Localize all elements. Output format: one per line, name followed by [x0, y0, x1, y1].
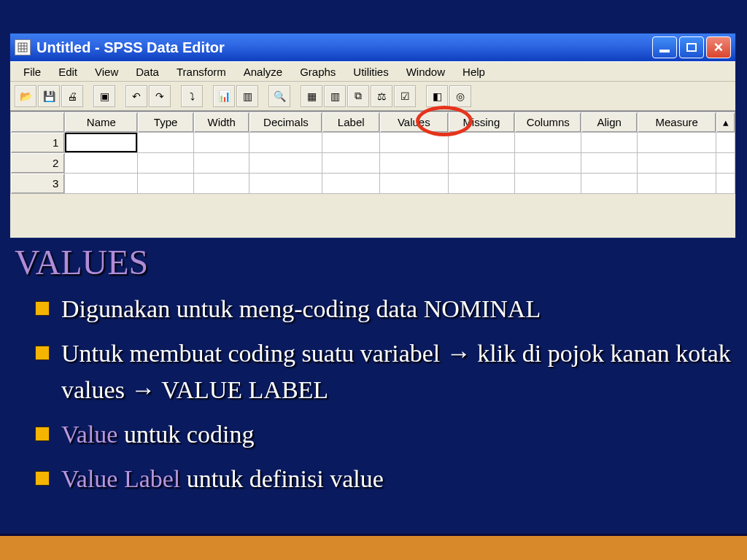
cell[interactable]	[515, 174, 581, 194]
open-icon[interactable]: 📂	[15, 85, 36, 107]
goto-icon[interactable]: ⤵	[181, 85, 203, 107]
cell	[716, 174, 735, 194]
value-labels-icon[interactable]: ◧	[426, 85, 448, 107]
bullet-4: Value Label untuk definisi value	[35, 461, 732, 497]
insert-case-icon[interactable]: ▦	[301, 85, 322, 107]
cell[interactable]	[249, 133, 322, 153]
cell[interactable]	[138, 153, 194, 174]
corner-cell	[11, 112, 65, 133]
row-header[interactable]: 1	[11, 133, 65, 153]
spss-window: Untitled - SPSS Data Editor × File Edit …	[10, 34, 735, 238]
row-header[interactable]: 3	[11, 174, 65, 194]
window-title: Untitled - SPSS Data Editor	[36, 39, 225, 56]
menubar: File Edit View Data Transform Analyze Gr…	[10, 61, 735, 82]
menu-view[interactable]: View	[86, 64, 127, 79]
cell	[716, 153, 735, 174]
table-row: 2	[11, 153, 735, 174]
col-missing[interactable]: Missing	[448, 112, 514, 133]
slide-footer-bar	[0, 534, 747, 560]
variable-view-grid: Name Type Width Decimals Label Values Mi…	[10, 111, 735, 194]
menu-edit[interactable]: Edit	[50, 64, 86, 79]
dialog-recall-icon[interactable]: ▣	[93, 85, 115, 107]
undo-icon[interactable]: ↶	[125, 85, 147, 107]
bullet-3-accent: Value	[61, 421, 117, 448]
cell[interactable]	[249, 174, 322, 194]
bullet-4-rest: untuk definisi value	[180, 465, 384, 492]
col-align[interactable]: Align	[581, 112, 638, 133]
titlebar: Untitled - SPSS Data Editor ×	[10, 34, 735, 61]
table-row: 1	[11, 133, 735, 153]
bullet-2: Untuk membuat coding suatu variabel → kl…	[35, 335, 732, 408]
cell[interactable]	[515, 153, 581, 174]
cell[interactable]	[581, 153, 638, 174]
minimize-button[interactable]	[652, 36, 677, 58]
cell[interactable]	[193, 153, 249, 174]
select-cases-icon[interactable]: ☑	[394, 85, 416, 107]
weight-icon[interactable]: ⚖	[371, 85, 392, 107]
bullet-1: Digunakan untuk meng-coding data NOMINAL	[35, 291, 732, 327]
bullet-4-accent: Value Label	[61, 465, 180, 492]
insert-var-icon[interactable]: ▥	[324, 85, 346, 107]
menu-data[interactable]: Data	[127, 64, 168, 79]
cell[interactable]	[448, 153, 514, 174]
col-columns[interactable]: Columns	[515, 112, 581, 133]
cell[interactable]	[65, 153, 138, 174]
scroll-up-button[interactable]: ▴	[716, 112, 735, 133]
menu-graphs[interactable]: Graphs	[291, 64, 344, 79]
cell[interactable]	[380, 174, 449, 194]
corner-marker	[25, 70, 36, 79]
menu-utilities[interactable]: Utilities	[344, 64, 397, 79]
maximize-button[interactable]	[679, 36, 704, 58]
cell[interactable]	[193, 133, 249, 153]
info-icon[interactable]: ▥	[236, 85, 258, 107]
find-icon[interactable]: 🔍	[268, 85, 290, 107]
col-label[interactable]: Label	[322, 112, 380, 133]
cell[interactable]	[322, 174, 380, 194]
menu-analyze[interactable]: Analyze	[235, 64, 291, 79]
cell[interactable]	[138, 174, 194, 194]
col-decimals[interactable]: Decimals	[249, 112, 322, 133]
col-type[interactable]: Type	[138, 112, 194, 133]
svg-rect-0	[18, 43, 27, 52]
bullet-3: Value untuk coding	[35, 416, 732, 452]
slide-title: VALUES	[15, 242, 732, 282]
cell[interactable]	[448, 133, 514, 153]
use-sets-icon[interactable]: ◎	[449, 85, 471, 107]
cell[interactable]	[637, 153, 716, 174]
chart-icon[interactable]: 📊	[213, 85, 235, 107]
col-values[interactable]: Values	[380, 112, 449, 133]
cell[interactable]	[138, 133, 194, 153]
save-icon[interactable]: 💾	[38, 85, 60, 107]
app-icon	[15, 39, 31, 55]
menu-transform[interactable]: Transform	[168, 64, 235, 79]
split-file-icon[interactable]: ⧉	[347, 85, 369, 107]
menu-window[interactable]: Window	[398, 64, 454, 79]
bullet-3-rest: untuk coding	[117, 421, 254, 448]
close-button[interactable]: ×	[706, 36, 731, 58]
cell[interactable]	[581, 174, 638, 194]
cell[interactable]	[515, 133, 581, 153]
cell[interactable]	[380, 153, 449, 174]
toolbar: 📂 💾 🖨 ▣ ↶ ↷ ⤵ 📊 ▥ 🔍 ▦ ▥ ⧉ ⚖ ☑ ◧ ◎	[10, 82, 735, 111]
cell[interactable]	[448, 174, 514, 194]
cell[interactable]	[581, 133, 638, 153]
cell[interactable]	[637, 174, 716, 194]
menu-help[interactable]: Help	[454, 64, 494, 79]
cell[interactable]	[65, 174, 138, 194]
cell[interactable]	[65, 133, 138, 153]
col-name[interactable]: Name	[65, 112, 138, 133]
cell[interactable]	[637, 133, 716, 153]
cell	[716, 133, 735, 153]
column-header-row: Name Type Width Decimals Label Values Mi…	[11, 112, 735, 133]
cell[interactable]	[193, 174, 249, 194]
row-header[interactable]: 2	[11, 153, 65, 174]
cell[interactable]	[380, 133, 449, 153]
col-width[interactable]: Width	[193, 112, 249, 133]
cell[interactable]	[322, 133, 380, 153]
redo-icon[interactable]: ↷	[149, 85, 171, 107]
print-icon[interactable]: 🖨	[61, 85, 83, 107]
table-row: 3	[11, 174, 735, 194]
cell[interactable]	[249, 153, 322, 174]
cell[interactable]	[322, 153, 380, 174]
col-measure[interactable]: Measure	[637, 112, 716, 133]
